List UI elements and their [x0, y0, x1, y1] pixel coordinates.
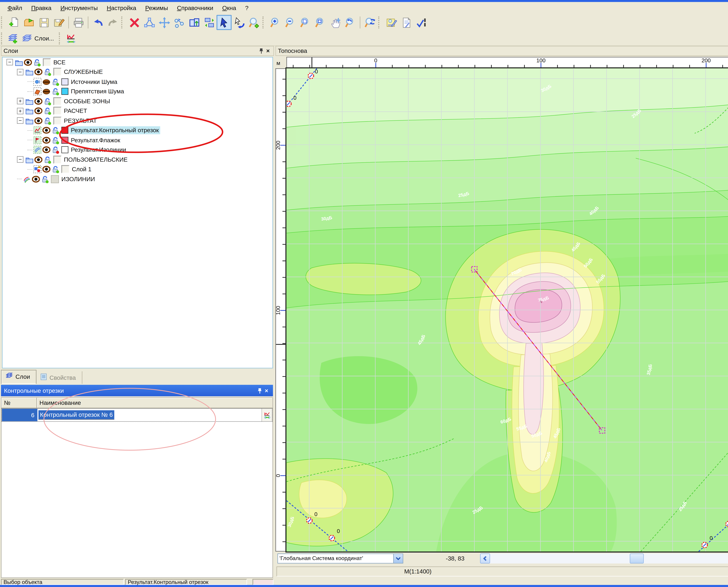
layer-label[interactable]: Слой 1 — [70, 165, 93, 173]
menu-item-3[interactable]: Настройка — [102, 3, 141, 13]
layer-checkbox[interactable] — [53, 68, 62, 76]
layer-row-1[interactable]: −СЛУЖЕБНЫЕ — [2, 67, 273, 77]
tree-expander[interactable]: + — [17, 108, 24, 114]
menu-item-0[interactable]: Файл — [3, 3, 27, 13]
eye-open-icon[interactable] — [42, 136, 51, 144]
layer-row-9[interactable]: Результат.Изолинии — [2, 145, 273, 155]
map-view[interactable]: 00000000 30дБ25дБ25дБ30дБ40дБ30дБ45дБ50д… — [285, 67, 728, 553]
note-edit-button[interactable] — [384, 15, 399, 30]
menu-item-7[interactable]: ? — [241, 3, 253, 13]
pin-icon[interactable] — [256, 387, 263, 394]
layer-row-7[interactable]: Результат.Контрольный отрезок — [2, 125, 273, 135]
layers-swap-button[interactable] — [202, 15, 217, 30]
layer-color-swatch[interactable] — [62, 146, 68, 153]
eye-open-icon[interactable] — [42, 126, 51, 135]
lock-icon[interactable] — [43, 117, 52, 125]
zoom-prev-button[interactable] — [343, 15, 358, 30]
zoom-all-button[interactable] — [362, 15, 377, 30]
tree-expander[interactable]: − — [6, 59, 13, 66]
pin-icon[interactable] — [258, 47, 264, 54]
layer-row-10[interactable]: −ПОЛЬЗОВАТЕЛЬСКИЕ — [2, 155, 273, 164]
layer-label[interactable]: ИЗОЛИНИИ — [60, 175, 96, 183]
lock-icon[interactable] — [51, 146, 60, 154]
lock-icon[interactable] — [51, 88, 60, 96]
eye-half-icon[interactable] — [42, 78, 51, 86]
lock-icon[interactable] — [43, 68, 52, 76]
eye-open-icon[interactable] — [42, 165, 51, 173]
lock-icon[interactable] — [51, 78, 60, 86]
eye-open-icon[interactable] — [34, 107, 43, 115]
tree-expander[interactable]: − — [17, 69, 24, 75]
zoom-in-button[interactable] — [268, 15, 283, 30]
layer-checkbox[interactable] — [53, 107, 62, 115]
layer-row-11[interactable]: Слой 1 — [2, 164, 273, 174]
zoom-page-button[interactable] — [298, 15, 313, 30]
layer-checkbox[interactable] — [53, 156, 62, 164]
column-header-num[interactable]: № — [1, 398, 37, 408]
layer-label[interactable]: РЕЗУЛЬТАТ — [62, 117, 98, 125]
close-icon[interactable]: × — [263, 387, 270, 394]
layer-checkbox[interactable] — [43, 58, 51, 66]
layer-label[interactable]: РАСЧЕТ — [62, 107, 89, 115]
eye-open-icon[interactable] — [34, 117, 43, 125]
segment-row[interactable]: 6 Контрольный отрезок № 6 — [1, 408, 273, 422]
coordinate-system-select[interactable]: 'Глобальная Система координат' — [278, 554, 403, 564]
tree-expander[interactable]: − — [17, 157, 24, 163]
eye-open-icon[interactable] — [42, 146, 51, 154]
eye-open-icon[interactable] — [34, 97, 43, 105]
layer-row-6[interactable]: −РЕЗУЛЬТАТ — [2, 116, 273, 125]
tab-layers[interactable]: Слои — [1, 370, 37, 384]
lock-icon[interactable] — [51, 126, 60, 135]
menu-item-1[interactable]: Правка — [27, 3, 56, 13]
select-arrow-button[interactable] — [216, 15, 232, 30]
eye-open-icon[interactable] — [32, 175, 40, 183]
zoom-window-button[interactable] — [313, 15, 328, 30]
open-folder-button[interactable] — [21, 15, 37, 30]
layer-label[interactable]: Результат.Контрольный отрезок — [69, 126, 160, 135]
eye-open-icon[interactable] — [24, 58, 32, 66]
tree-expander[interactable]: + — [17, 98, 24, 104]
segment-chart-button[interactable] — [261, 409, 272, 421]
eye-open-icon[interactable] — [34, 68, 43, 76]
layer-row-8[interactable]: Результат.Флажок — [2, 135, 273, 145]
check-list-button[interactable] — [414, 15, 429, 30]
lock-icon[interactable] — [43, 97, 52, 105]
lock-icon[interactable] — [43, 156, 52, 164]
tab-properties[interactable]: Свойства — [37, 371, 82, 384]
extent-button[interactable] — [187, 15, 202, 30]
lock-icon[interactable] — [33, 58, 41, 66]
segment-chart-button[interactable] — [65, 31, 78, 45]
layer-checkbox[interactable] — [53, 117, 62, 125]
layers-open-button[interactable]: Слои... — [20, 32, 58, 45]
delete-button[interactable] — [127, 15, 142, 30]
scrollbar-thumb[interactable] — [630, 554, 644, 564]
layer-label[interactable]: Источники Шума — [69, 78, 119, 86]
lock-icon[interactable] — [43, 107, 52, 115]
lock-icon[interactable] — [51, 136, 60, 144]
layer-label[interactable]: Результат.Флажок — [69, 136, 122, 144]
map-horizontal-scrollbar[interactable] — [480, 554, 728, 564]
save-edit-button[interactable] — [51, 15, 66, 30]
zoom-select-button[interactable] — [246, 15, 261, 30]
layer-row-2[interactable]: Источники Шума — [2, 77, 273, 87]
menu-item-5[interactable]: Справочники — [172, 3, 218, 13]
lock-icon[interactable] — [51, 165, 60, 173]
layer-color-swatch[interactable] — [62, 127, 68, 134]
noise-contour-map[interactable]: 00000000 30дБ25дБ25дБ30дБ40дБ30дБ45дБ50д… — [286, 68, 728, 551]
layer-row-12[interactable]: ИЗОЛИНИИ — [2, 174, 273, 184]
menu-item-2[interactable]: Инструменты — [56, 3, 102, 13]
chevron-down-icon[interactable] — [393, 554, 403, 563]
print-button[interactable] — [71, 15, 86, 30]
layer-row-0[interactable]: −ВСЕ — [2, 57, 273, 67]
layer-checkbox[interactable] — [62, 165, 69, 173]
move-button[interactable] — [157, 15, 172, 30]
layer-label[interactable]: Препятствия Шума — [69, 88, 125, 96]
polygon-edit-button[interactable] — [142, 15, 157, 30]
layer-color-swatch[interactable] — [62, 88, 68, 95]
zoom-out-button[interactable] — [283, 15, 298, 30]
eye-half-icon[interactable] — [42, 88, 51, 96]
segment-number-cell[interactable]: 6 — [2, 409, 38, 421]
segment-name-input[interactable]: Контрольный отрезок № 6 — [38, 409, 261, 421]
lock-icon[interactable] — [41, 175, 49, 183]
layer-label[interactable]: СЛУЖЕБНЫЕ — [62, 68, 104, 76]
